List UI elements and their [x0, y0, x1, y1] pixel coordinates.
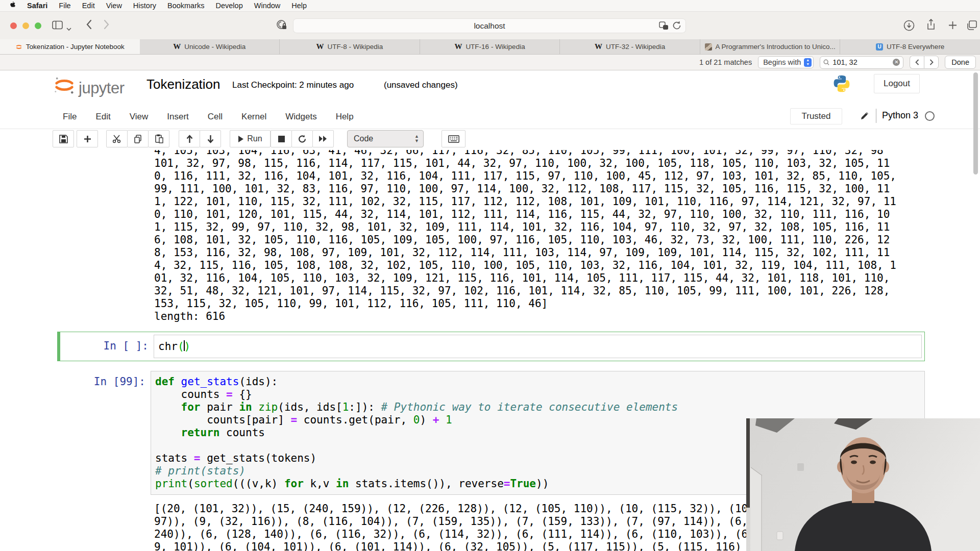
tab-utf32-wikipedia[interactable]: W UTF-32 - Wikipedia: [560, 39, 700, 54]
find-next-button[interactable]: [924, 56, 939, 69]
menu-window[interactable]: Window: [254, 2, 281, 10]
divider: [876, 109, 876, 123]
tab-programmers-intro-unicode[interactable]: A Programmer's Introduction to Unico...: [700, 39, 841, 54]
address-bar[interactable]: localhost: [293, 18, 686, 33]
restart-run-all-button[interactable]: [312, 130, 334, 147]
menu-bookmarks[interactable]: Bookmarks: [167, 2, 205, 10]
website-settings-icon[interactable]: [659, 21, 669, 32]
trusted-badge[interactable]: Trusted: [790, 108, 842, 124]
jupyter-logo[interactable]: jupyter: [53, 74, 125, 96]
notebook-menu-bar: File Edit View Insert Cell Kernel Widget…: [0, 106, 980, 129]
tab-unicode-wikipedia[interactable]: W Unicode - Wikipedia: [140, 39, 280, 54]
jupyter-favicon: [15, 43, 22, 51]
utf8-everywhere-favicon: U: [876, 43, 883, 51]
menu-safari[interactable]: Safari: [27, 2, 47, 10]
copy-cell-button[interactable]: [127, 130, 149, 147]
share-icon[interactable]: [926, 19, 936, 33]
wikipedia-favicon: W: [316, 42, 324, 51]
kernel-name: Python 3: [882, 110, 918, 121]
tab-utf8-wikipedia[interactable]: W UTF-8 - Wikipedia: [280, 39, 420, 54]
menu-develop[interactable]: Develop: [216, 2, 243, 10]
find-mode-select[interactable]: Begins with ▲▼: [758, 56, 814, 68]
code-cell-selected[interactable]: In [ ]: chr(): [57, 332, 925, 361]
tab-overview-icon[interactable]: [966, 20, 977, 33]
webcam-video: [746, 418, 980, 551]
menu-file[interactable]: File: [59, 2, 70, 10]
nb-menu-kernel[interactable]: Kernel: [241, 112, 266, 122]
safari-tab-bar: Tokenization - Jupyter Notebook W Unicod…: [0, 39, 980, 55]
cell-type-select[interactable]: Code ▲▼: [347, 130, 424, 147]
tab-utf8-everywhere[interactable]: U UTF-8 Everywhere: [840, 39, 980, 54]
unsaved-changes-status: (unsaved changes): [384, 80, 458, 90]
wikipedia-favicon: W: [595, 42, 602, 51]
find-query: 101, 32: [832, 58, 890, 66]
nb-menu-widgets[interactable]: Widgets: [285, 112, 316, 122]
page-scrollbar-thumb[interactable]: [973, 72, 978, 174]
select-stepper-icon: ▲▼: [804, 58, 812, 67]
nb-menu-file[interactable]: File: [63, 112, 77, 122]
kernel-idle-indicator-icon: [925, 111, 935, 121]
logout-button[interactable]: Logout: [874, 74, 920, 93]
run-cell-button[interactable]: Run: [230, 130, 271, 147]
interrupt-kernel-button[interactable]: [271, 130, 292, 147]
nb-menu-help[interactable]: Help: [336, 112, 354, 122]
minimize-button[interactable]: [22, 22, 29, 29]
play-icon: [238, 135, 244, 143]
menu-edit[interactable]: Edit: [82, 2, 95, 10]
new-tab-icon[interactable]: [948, 20, 958, 32]
restart-kernel-button[interactable]: [291, 130, 313, 147]
input-prompt: In [ ]:: [60, 332, 149, 361]
find-input[interactable]: 101, 32 ✕: [820, 56, 903, 69]
cell-output-tokens: 4, 105, 103, 104, 116, 63, 41, 46, 32, 6…: [154, 150, 896, 323]
edit-title-pencil-icon[interactable]: [860, 111, 870, 123]
tab-utf16-wikipedia[interactable]: W UTF-16 - Wikipedia: [420, 39, 560, 54]
input-prompt: In [99]:: [57, 371, 145, 495]
move-cell-down-button[interactable]: [200, 130, 221, 147]
notebook-title[interactable]: Tokenization: [146, 77, 220, 92]
wikipedia-favicon: W: [173, 42, 181, 51]
address-url: localhost: [474, 21, 505, 31]
downloads-icon[interactable]: [903, 20, 915, 33]
nb-menu-edit[interactable]: Edit: [95, 112, 110, 122]
close-button[interactable]: [10, 22, 17, 29]
paste-cell-button[interactable]: [148, 130, 169, 147]
cell-output-stats: [(20, (101, 32)), (15, (240, 159)), (12,…: [154, 503, 748, 551]
checkpoint-status: Last Checkpoint: 2 minutes ago: [232, 80, 354, 90]
wikipedia-favicon: W: [454, 42, 462, 51]
cut-cell-button[interactable]: [106, 130, 128, 147]
search-icon: [823, 59, 829, 65]
command-palette-button[interactable]: [442, 130, 465, 147]
menu-view[interactable]: View: [106, 2, 122, 10]
back-button[interactable]: [86, 19, 92, 32]
menu-history[interactable]: History: [133, 2, 156, 10]
find-bar: 1 of 21 matches Begins with ▲▼ 101, 32 ✕…: [0, 55, 980, 70]
tab-tokenization[interactable]: Tokenization - Jupyter Notebook: [0, 39, 140, 54]
forward-button[interactable]: [104, 19, 110, 32]
safari-toolbar: localhost: [0, 12, 980, 39]
webcam-overlay: [746, 418, 980, 551]
sidebar-icon[interactable]: [52, 20, 63, 32]
keyboard-icon: [448, 135, 459, 143]
jupyter-logo-text: jupyter: [79, 81, 125, 96]
nb-menu-cell[interactable]: Cell: [208, 112, 223, 122]
nb-menu-view[interactable]: View: [130, 112, 149, 122]
clear-search-icon[interactable]: ✕: [893, 59, 900, 66]
select-arrows-icon: ▲▼: [414, 134, 419, 143]
privacy-extension-icon[interactable]: [276, 19, 288, 33]
code-input-area[interactable]: chr(): [154, 335, 922, 358]
reload-icon[interactable]: [673, 21, 681, 32]
find-previous-button[interactable]: [910, 56, 924, 69]
chevron-down-icon[interactable]: [66, 24, 71, 33]
jupyter-logo-icon: [53, 74, 76, 96]
move-cell-up-button[interactable]: [179, 130, 200, 147]
apple-menu-icon[interactable]: [9, 1, 16, 10]
find-match-count: 1 of 21 matches: [699, 58, 752, 66]
nb-menu-insert[interactable]: Insert: [167, 112, 189, 122]
zoom-button[interactable]: [35, 22, 41, 29]
macos-menu-bar: Safari File Edit View History Bookmarks …: [0, 0, 980, 12]
menu-help[interactable]: Help: [291, 2, 307, 10]
page-favicon: [705, 43, 712, 51]
find-done-button[interactable]: Done: [945, 56, 976, 69]
save-button[interactable]: [53, 130, 74, 147]
insert-cell-button[interactable]: [77, 130, 98, 147]
